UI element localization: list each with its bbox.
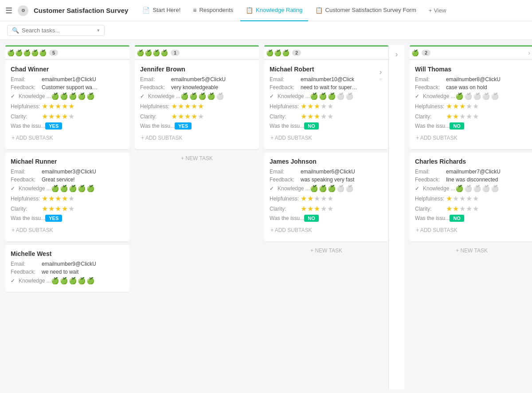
apple-filled: 🍏 bbox=[78, 92, 86, 100]
knowledge-rating: 🍏 🍏 🍏 🍏 🍏 bbox=[310, 185, 354, 193]
col-scroll-2: Jennifer Brown Email: emailnumber5@Click… bbox=[135, 60, 259, 389]
field-label-clarity: Clarity: bbox=[11, 114, 42, 120]
field-label-helpfulness: Helpfulness: bbox=[11, 196, 42, 202]
field-label-issue: Was the issu... bbox=[415, 215, 450, 221]
knowledge-rating: 🍏 🍏 🍏 🍏 🍏 bbox=[51, 277, 95, 285]
field-label-knowledge: Knowledge ... bbox=[278, 93, 310, 99]
apple-icons-3: 🍏 🍏 🍏 bbox=[266, 49, 289, 56]
field-value-feedback: was speaking very fast bbox=[301, 177, 383, 183]
field-value-email: emailnumber10@Click bbox=[301, 76, 376, 83]
tab-start-here[interactable]: 📄 Start Here! bbox=[137, 0, 186, 21]
clarity-rating: ★ ★ ★ ★ ★ bbox=[42, 204, 74, 213]
chevron-down-icon: ▾ bbox=[97, 28, 100, 33]
col-count-5: 2 bbox=[422, 50, 430, 56]
field-label-clarity: Clarity: bbox=[415, 114, 446, 120]
field-label-issue: Was the issu... bbox=[270, 123, 304, 129]
field-label-email: Email: bbox=[270, 169, 301, 175]
check-icon: ✓ bbox=[415, 185, 423, 192]
task-card-james-johnson: James Johnson Email: emailnumber6@ClickU… bbox=[264, 153, 388, 241]
add-subtask-btn[interactable]: + ADD SUBTASK bbox=[415, 224, 528, 236]
field-value-email: emailnumber7@ClickU bbox=[446, 169, 528, 175]
field-value-email: emailnumber8@ClickU bbox=[446, 76, 528, 83]
task-card-michelle-west: Michelle West Email: emailnumber9@ClickU… bbox=[5, 245, 129, 292]
field-value-feedback: we need to wait bbox=[42, 269, 124, 275]
field-label-issue: Was the issu... bbox=[11, 123, 45, 129]
new-task-btn[interactable]: + NEW TASK bbox=[410, 245, 532, 256]
helpfulness-rating: ★ ★ ★ ★ ★ bbox=[446, 102, 479, 110]
narrow-col: › bbox=[388, 45, 404, 389]
col-header-1: 🍏 🍏 🍏 🍏 🍏 5 bbox=[5, 45, 129, 59]
issue-badge: NO bbox=[450, 215, 464, 222]
field-label-knowledge: Knowledge ... bbox=[19, 278, 51, 284]
expand-right-icon[interactable]: › bbox=[395, 50, 398, 59]
field-label-email: Email: bbox=[140, 76, 171, 83]
field-value-email: emailnumber6@ClickU bbox=[301, 169, 383, 175]
tab-survey-form[interactable]: 📋 Customer Satisfaction Survey Form bbox=[310, 0, 422, 21]
field-value-feedback: need to wait for supervisor bbox=[301, 84, 358, 90]
field-label-knowledge: Knowledge ... bbox=[148, 93, 180, 99]
field-label-feedback: Feedback: bbox=[270, 177, 301, 183]
clarity-rating: ★ ★ ★ ★ ★ bbox=[301, 204, 333, 213]
field-value-email: emailnumber9@ClickU bbox=[42, 261, 124, 267]
field-value-feedback: Great service! bbox=[42, 177, 124, 183]
field-label-clarity: Clarity: bbox=[11, 206, 42, 212]
expand-icon[interactable]: › bbox=[379, 67, 382, 77]
search-input[interactable] bbox=[22, 27, 84, 34]
helpfulness-rating: ★ ★ ★ ★ ★ bbox=[42, 102, 74, 110]
field-label-clarity: Clarity: bbox=[270, 114, 301, 120]
field-label-email: Email: bbox=[415, 169, 446, 175]
add-subtask-btn[interactable]: + ADD SUBTASK bbox=[140, 132, 254, 144]
check-icon: ✓ bbox=[11, 278, 19, 284]
knowledge-rating: 🍏 🍏 🍏 🍏 🍏 bbox=[51, 185, 95, 193]
col-expand-icon[interactable]: › bbox=[528, 49, 530, 56]
hamburger-icon[interactable]: ☰ bbox=[5, 6, 12, 16]
app-title: Customer Satisfaction Survey bbox=[34, 7, 128, 14]
issue-badge: YES bbox=[45, 215, 62, 222]
check-icon: ✓ bbox=[11, 185, 19, 192]
col-count-3: 2 bbox=[292, 50, 301, 56]
apple-icons-1: 🍏 🍏 🍏 🍏 🍏 bbox=[7, 49, 47, 56]
tab-respondents[interactable]: ≡ Respondents bbox=[188, 0, 239, 21]
helpfulness-rating: ★ ★ ★ ★ ★ bbox=[301, 194, 333, 203]
knowledge-rating: 🍏 🍏 🍏 🍏 🍏 bbox=[310, 92, 354, 100]
add-subtask-btn[interactable]: + ADD SUBTASK bbox=[270, 224, 383, 236]
col-scroll-1: Chad Winner Email: emailnumber1@ClickU F… bbox=[5, 60, 129, 389]
column-3: 🍏 🍏 🍏 2 Michael Robert Email: emailnumbe… bbox=[264, 45, 388, 389]
search-input-wrap[interactable]: 🔍 ▾ bbox=[7, 25, 105, 36]
field-label-issue: Was the issu... bbox=[270, 215, 304, 221]
field-label-feedback: Feedback: bbox=[415, 177, 446, 183]
apple-filled: 🍏 bbox=[86, 92, 95, 100]
add-subtask-btn[interactable]: + ADD SUBTASK bbox=[270, 132, 376, 144]
add-subtask-btn[interactable]: + ADD SUBTASK bbox=[415, 132, 528, 144]
field-label-knowledge: Knowledge ... bbox=[423, 93, 455, 99]
field-value-email: emailnumber5@ClickU bbox=[171, 76, 254, 83]
new-task-btn[interactable]: + NEW TASK bbox=[264, 245, 388, 256]
add-subtask-btn[interactable]: + ADD SUBTASK bbox=[11, 132, 124, 144]
field-label-email: Email: bbox=[11, 76, 42, 83]
field-label-helpfulness: Helpfulness: bbox=[270, 196, 301, 202]
clarity-rating: ★ ★ ★ ★ ★ bbox=[446, 204, 479, 213]
col-count-2: 1 bbox=[171, 50, 180, 56]
check-icon: ✓ bbox=[11, 93, 19, 99]
tab-knowledge-rating[interactable]: 📋 Knowledge Rating bbox=[240, 0, 308, 21]
new-task-btn[interactable]: + NEW TASK bbox=[135, 153, 259, 164]
field-label-knowledge: Knowledge ... bbox=[19, 93, 51, 99]
list-icon: ≡ bbox=[193, 7, 196, 14]
add-subtask-btn[interactable]: + ADD SUBTASK bbox=[11, 224, 124, 236]
task-name: Jennifer Brown bbox=[140, 66, 254, 73]
col-header-2: 🍏 🍏 🍏 🍏 1 bbox=[135, 45, 259, 59]
task-name: Charles Richards bbox=[415, 158, 528, 165]
apple-icons-5: 🍏 bbox=[411, 49, 419, 56]
knowledge-rating: 🍏 🍏 🍏 🍏 🍏 bbox=[180, 92, 224, 100]
column-5: 🍏 2 › Will Thomas Email: emailnumber8@Cl… bbox=[410, 45, 532, 389]
helpfulness-rating: ★ ★ ★ ★ ★ bbox=[446, 194, 479, 203]
field-label-helpfulness: Helpfulness: bbox=[140, 103, 171, 110]
apple-filled: 🍏 bbox=[60, 92, 68, 100]
check-icon: ✓ bbox=[270, 185, 278, 192]
clarity-rating: ★ ★ ★ ★ ★ bbox=[446, 112, 479, 121]
tab-view[interactable]: + View bbox=[423, 4, 452, 16]
plus-icon: + bbox=[429, 7, 432, 14]
field-label-feedback: Feedback: bbox=[270, 84, 301, 90]
field-value-feedback: very knowledgeable bbox=[171, 84, 254, 90]
nav-tabs: 📄 Start Here! ≡ Respondents 📋 Knowledge … bbox=[137, 0, 451, 21]
